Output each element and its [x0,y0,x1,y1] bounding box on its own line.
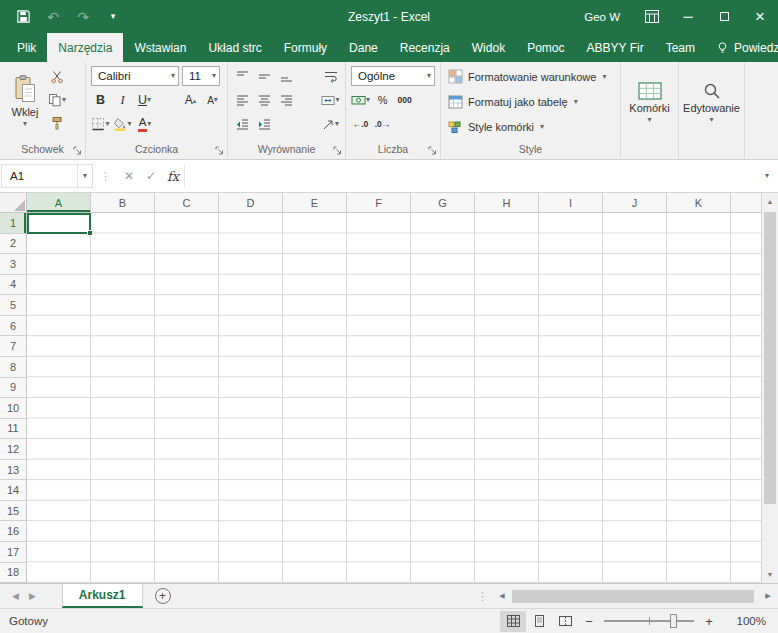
tab-uklad-strony[interactable]: Układ strc [197,33,272,62]
cancel-button[interactable]: ✕ [118,164,140,188]
row-header-18[interactable]: 18 [0,563,26,583]
tab-plik[interactable]: Plik [6,33,47,62]
previous-sheet-button[interactable]: ◀ [12,591,19,601]
align-right-button[interactable] [277,90,296,110]
tab-scroll-splitter[interactable]: ⋮ [471,590,494,603]
merge-center-button[interactable]: ▾ [321,90,340,110]
wrap-text-button[interactable] [321,66,340,86]
customize-quick-access-button[interactable]: ▾ [100,4,126,30]
column-header-c[interactable]: C [155,193,219,212]
borders-button[interactable]: ▾ [91,114,110,134]
column-header-partial[interactable] [731,193,761,212]
fill-color-button[interactable]: ▾ [113,114,132,134]
row-header-14[interactable]: 14 [0,480,26,501]
normal-view-button[interactable] [500,611,526,632]
row-header-17[interactable]: 17 [0,542,26,563]
expand-formula-bar-button[interactable]: ▾ [756,164,778,188]
number-format-combo[interactable]: Ogólne ▾ [351,66,435,86]
row-header-6[interactable]: 6 [0,316,26,337]
column-header-j[interactable]: J [603,193,667,212]
scroll-left-button[interactable]: ◀ [494,592,510,600]
next-sheet-button[interactable]: ▶ [29,591,36,601]
row-header-1[interactable]: 1 [0,213,26,234]
save-button[interactable] [10,4,36,30]
increase-font-size-button[interactable]: A ▴ [181,90,200,110]
column-header-i[interactable]: I [539,193,603,212]
row-header-4[interactable]: 4 [0,275,26,296]
orientation-button[interactable]: ▾ [321,114,340,134]
row-header-13[interactable]: 13 [0,460,26,481]
column-header-a[interactable]: A [27,193,91,212]
row-header-3[interactable]: 3 [0,254,26,275]
decrease-font-size-button[interactable]: A ▾ [203,90,222,110]
close-button[interactable]: × [742,0,778,33]
page-layout-view-button[interactable] [526,611,552,632]
new-sheet-button[interactable]: + [155,588,171,604]
scroll-right-button[interactable]: ▶ [760,592,776,600]
insert-function-button[interactable]: fx [162,164,184,188]
vertical-scrollbar[interactable]: ▲ ▼ [761,193,778,583]
number-dialog-launcher[interactable] [427,145,438,156]
column-header-f[interactable]: F [347,193,411,212]
row-header-2[interactable]: 2 [0,234,26,255]
name-box-dropdown-icon[interactable]: ▾ [77,165,92,187]
tab-widok[interactable]: Widok [461,33,516,62]
comma-style-button[interactable]: 000 [395,90,414,110]
formula-input[interactable] [184,164,756,188]
font-dialog-launcher[interactable] [214,145,225,156]
cut-button[interactable] [46,66,68,88]
account-name[interactable]: Geo W [584,11,620,23]
row-header-16[interactable]: 16 [0,521,26,542]
decrease-decimal-button[interactable]: .0→ [373,114,392,134]
format-as-table-button[interactable]: Formatuj jako tabelę ▾ [441,89,620,114]
tab-team[interactable]: Team [655,33,706,62]
tab-dane[interactable]: Dane [338,33,389,62]
align-center-button[interactable] [255,90,274,110]
fill-handle[interactable] [87,230,93,236]
bold-button[interactable]: B [91,90,110,110]
format-painter-button[interactable] [46,112,68,134]
decrease-indent-button[interactable] [233,114,252,134]
tab-narzedzia-glowne[interactable]: Narzędzia [47,33,123,62]
accounting-format-button[interactable]: ▾ [351,90,370,110]
row-header-7[interactable]: 7 [0,336,26,357]
active-cell[interactable] [27,213,91,234]
horizontal-scroll-track[interactable] [510,588,760,605]
sheet-tab-arkusz1[interactable]: Arkusz1 [62,584,143,608]
cells-area[interactable] [27,213,761,583]
copy-button[interactable]: ▾ [46,89,68,111]
editing-button[interactable]: Edytowanie ▾ [679,64,744,142]
underline-button[interactable]: U ▾ [135,90,154,110]
row-header-15[interactable]: 15 [0,501,26,522]
row-header-9[interactable]: 9 [0,378,26,399]
percent-style-button[interactable]: % [373,90,392,110]
alignment-dialog-launcher[interactable] [332,145,343,156]
increase-decimal-button[interactable]: ←.0 [351,114,370,134]
zoom-slider[interactable] [604,620,694,622]
scroll-down-button[interactable]: ▼ [762,566,778,583]
column-header-h[interactable]: H [475,193,539,212]
column-header-e[interactable]: E [283,193,347,212]
zoom-in-button[interactable]: + [698,611,720,632]
column-header-g[interactable]: G [411,193,475,212]
cell-styles-button[interactable]: Style komórki ▾ [441,114,620,139]
clipboard-dialog-launcher[interactable] [72,145,83,156]
vertical-scroll-thumb[interactable] [764,212,776,504]
zoom-slider-thumb[interactable] [670,614,677,628]
paste-button[interactable]: Wklej ▾ [4,65,46,137]
increase-indent-button[interactable] [255,114,274,134]
horizontal-scroll-thumb[interactable] [512,590,754,603]
row-header-12[interactable]: 12 [0,439,26,460]
font-color-button[interactable]: A ▾ [135,114,154,134]
tab-wstawianie[interactable]: Wstawian [123,33,197,62]
scroll-up-button[interactable]: ▲ [762,193,778,210]
column-header-k[interactable]: K [667,193,731,212]
row-header-8[interactable]: 8 [0,357,26,378]
tell-me-button[interactable]: Powiedz i [706,33,778,62]
top-align-button[interactable] [233,66,252,86]
cells-button[interactable]: Komórki ▾ [621,64,678,142]
tab-recenzja[interactable]: Recenzja [389,33,461,62]
row-header-5[interactable]: 5 [0,295,26,316]
page-break-preview-button[interactable] [552,611,578,632]
italic-button[interactable]: I [113,90,132,110]
